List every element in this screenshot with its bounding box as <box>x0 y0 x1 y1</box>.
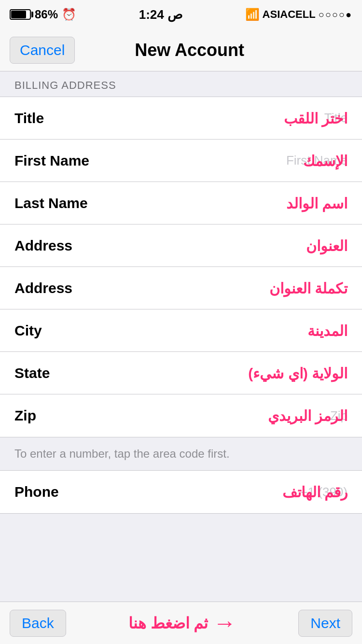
last-name-label: Last Name <box>14 195 111 211</box>
battery-percentage: 86% <box>35 8 58 21</box>
first-name-row[interactable]: First Name First Name الإسمك <box>0 140 362 182</box>
status-bar: 86% ⏰ ص 1:24 📶 ASIACELL ○○○○● <box>0 0 362 29</box>
signal-dots: ○○○○● <box>319 9 352 20</box>
bottom-spacer <box>0 514 362 533</box>
status-left: 86% ⏰ <box>10 8 76 21</box>
battery-icon <box>10 9 31 20</box>
last-name-row[interactable]: Last Name اسم الوالد <box>0 182 362 224</box>
content-area: BILLING ADDRESS Title Title اختر اللقب F… <box>0 71 362 581</box>
wifi-icon: 📶 <box>245 8 260 21</box>
phone-placeholder-en: +1 (390) <box>111 485 348 500</box>
page-title: New Account <box>135 40 244 60</box>
annotation-text: ثم اضغط هنا <box>128 614 209 632</box>
city-label: City <box>14 322 111 339</box>
zip-row[interactable]: Zip Zip الرمز البريدي <box>0 394 362 437</box>
title-label: Title <box>14 110 111 126</box>
state-label: State <box>14 365 111 381</box>
status-time: ص 1:24 <box>139 7 182 22</box>
address1-placeholder-ar: العنوان <box>306 237 348 254</box>
billing-address-form: Title Title اختر اللقب First Name First … <box>0 97 362 437</box>
city-row[interactable]: City المدينة <box>0 309 362 352</box>
state-row[interactable]: State الولاية (اي شيء) <box>0 352 362 394</box>
state-placeholder-ar: الولاية (اي شيء) <box>248 364 348 381</box>
carrier-label: ASIACELL <box>263 8 316 21</box>
zip-placeholder-en: Zip <box>111 408 348 423</box>
next-button[interactable]: Next <box>298 610 352 637</box>
phone-row[interactable]: Phone +1 (390) رقم الهاتف <box>0 471 362 513</box>
phone-section: Phone +1 (390) رقم الهاتف <box>0 470 362 514</box>
title-placeholder-en: Title <box>111 111 348 126</box>
last-name-placeholder-ar: اسم الوالد <box>286 195 348 211</box>
address2-placeholder-ar: تكملة العنوان <box>269 280 348 296</box>
phone-label: Phone <box>14 484 111 500</box>
address2-label: Address <box>14 280 111 296</box>
status-right: 📶 ASIACELL ○○○○● <box>245 8 352 21</box>
billing-address-header: BILLING ADDRESS <box>0 71 362 97</box>
first-name-placeholder-en: First Name <box>111 153 348 168</box>
address1-row[interactable]: Address العنوان <box>0 224 362 267</box>
zip-label: Zip <box>14 407 111 424</box>
first-name-label: First Name <box>14 153 111 169</box>
phone-hint: To enter a number, tap the area code fir… <box>0 437 362 470</box>
city-placeholder-ar: المدينة <box>307 322 348 339</box>
back-button[interactable]: Back <box>10 610 66 637</box>
bottom-navigation: Back ثم اضغط هنا → Next <box>0 602 362 644</box>
title-row[interactable]: Title Title اختر اللقب <box>0 97 362 140</box>
arrow-right-icon: → <box>213 612 236 635</box>
annotation-container: ثم اضغط هنا → <box>128 612 237 635</box>
navigation-bar: Cancel New Account <box>0 29 362 71</box>
address2-row[interactable]: Address تكملة العنوان <box>0 267 362 309</box>
address1-label: Address <box>14 238 111 254</box>
cancel-button[interactable]: Cancel <box>10 37 75 64</box>
alarm-icon: ⏰ <box>62 8 76 21</box>
